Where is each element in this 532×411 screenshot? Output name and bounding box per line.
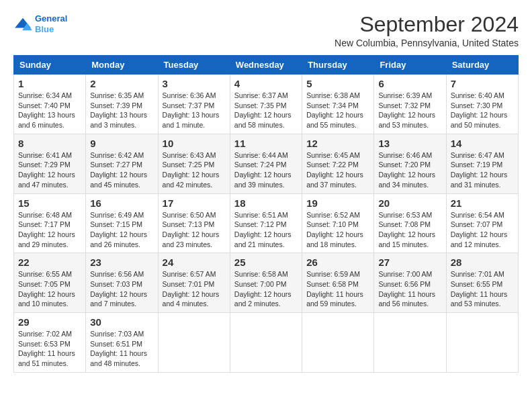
day-cell: 22Sunrise: 6:55 AMSunset: 7:05 PMDayligh… <box>14 253 86 313</box>
day-info: Sunrise: 6:58 AMSunset: 7:00 PMDaylight:… <box>234 269 298 309</box>
day-info: Sunrise: 6:46 AMSunset: 7:20 PMDaylight:… <box>378 150 441 190</box>
day-number: 22 <box>18 257 81 268</box>
logo-line1: General <box>35 13 67 24</box>
day-info: Sunrise: 6:47 AMSunset: 7:19 PMDaylight:… <box>451 150 514 190</box>
day-cell: 10Sunrise: 6:43 AMSunset: 7:25 PMDayligh… <box>158 134 230 193</box>
day-number: 30 <box>90 316 153 328</box>
day-cell: 18Sunrise: 6:51 AMSunset: 7:12 PMDayligh… <box>230 193 302 253</box>
day-cell: 19Sunrise: 6:52 AMSunset: 7:10 PMDayligh… <box>302 193 374 253</box>
day-number: 10 <box>163 138 226 149</box>
day-cell: 8Sunrise: 6:41 AMSunset: 7:29 PMDaylight… <box>14 134 86 193</box>
day-info: Sunrise: 6:34 AMSunset: 7:40 PMDaylight:… <box>18 91 81 130</box>
calendar-table: SundayMondayTuesdayWednesdayThursdayFrid… <box>13 55 519 373</box>
day-number: 17 <box>163 197 226 209</box>
day-number: 2 <box>90 78 153 89</box>
day-info: Sunrise: 6:51 AMSunset: 7:12 PMDaylight:… <box>234 210 298 250</box>
day-cell: 1Sunrise: 6:34 AMSunset: 7:40 PMDaylight… <box>14 75 86 134</box>
header-row: SundayMondayTuesdayWednesdayThursdayFrid… <box>14 56 519 75</box>
logo: General Blue <box>13 13 67 34</box>
day-info: Sunrise: 6:37 AMSunset: 7:35 PMDaylight:… <box>234 91 298 130</box>
day-number: 1 <box>18 78 81 89</box>
page-header: General Blue September 2024 New Columbia… <box>13 13 519 48</box>
day-number: 24 <box>163 257 226 268</box>
day-cell: 26Sunrise: 6:59 AMSunset: 6:58 PMDayligh… <box>302 253 374 313</box>
day-info: Sunrise: 6:43 AMSunset: 7:25 PMDaylight:… <box>163 150 226 190</box>
week-row-3: 15Sunrise: 6:48 AMSunset: 7:17 PMDayligh… <box>14 193 519 253</box>
day-number: 13 <box>378 138 441 149</box>
day-info: Sunrise: 7:02 AMSunset: 6:53 PMDaylight:… <box>18 329 81 369</box>
day-number: 25 <box>234 257 298 268</box>
day-cell: 11Sunrise: 6:44 AMSunset: 7:24 PMDayligh… <box>230 134 302 193</box>
day-number: 23 <box>90 257 153 268</box>
day-cell <box>374 313 446 373</box>
day-number: 6 <box>378 78 441 89</box>
day-number: 16 <box>90 197 153 209</box>
day-info: Sunrise: 6:49 AMSunset: 7:15 PMDaylight:… <box>90 210 153 250</box>
day-number: 21 <box>451 197 514 209</box>
day-cell: 3Sunrise: 6:36 AMSunset: 7:37 PMDaylight… <box>158 75 230 134</box>
header-friday: Friday <box>374 56 446 75</box>
day-cell: 12Sunrise: 6:45 AMSunset: 7:22 PMDayligh… <box>302 134 374 193</box>
day-number: 7 <box>451 78 514 89</box>
day-info: Sunrise: 6:38 AMSunset: 7:34 PMDaylight:… <box>306 91 369 130</box>
day-cell <box>446 313 518 373</box>
day-info: Sunrise: 6:54 AMSunset: 7:07 PMDaylight:… <box>451 210 514 250</box>
day-info: Sunrise: 6:53 AMSunset: 7:08 PMDaylight:… <box>378 210 441 250</box>
day-number: 18 <box>234 197 298 209</box>
day-info: Sunrise: 6:39 AMSunset: 7:32 PMDaylight:… <box>378 91 441 130</box>
day-info: Sunrise: 7:00 AMSunset: 6:56 PMDaylight:… <box>378 269 441 309</box>
day-info: Sunrise: 6:50 AMSunset: 7:13 PMDaylight:… <box>163 210 226 250</box>
week-row-4: 22Sunrise: 6:55 AMSunset: 7:05 PMDayligh… <box>14 253 519 313</box>
header-tuesday: Tuesday <box>158 56 230 75</box>
day-cell: 29Sunrise: 7:02 AMSunset: 6:53 PMDayligh… <box>14 313 86 373</box>
day-cell <box>302 313 374 373</box>
day-cell: 20Sunrise: 6:53 AMSunset: 7:08 PMDayligh… <box>374 193 446 253</box>
day-cell: 4Sunrise: 6:37 AMSunset: 7:35 PMDaylight… <box>230 75 302 134</box>
day-cell: 28Sunrise: 7:01 AMSunset: 6:55 PMDayligh… <box>446 253 518 313</box>
day-info: Sunrise: 6:41 AMSunset: 7:29 PMDaylight:… <box>18 150 81 190</box>
logo-text: General Blue <box>35 13 67 34</box>
day-info: Sunrise: 6:36 AMSunset: 7:37 PMDaylight:… <box>163 91 226 130</box>
week-row-1: 1Sunrise: 6:34 AMSunset: 7:40 PMDaylight… <box>14 75 519 134</box>
day-number: 20 <box>378 197 441 209</box>
day-cell: 24Sunrise: 6:57 AMSunset: 7:01 PMDayligh… <box>158 253 230 313</box>
day-info: Sunrise: 6:45 AMSunset: 7:22 PMDaylight:… <box>306 150 369 190</box>
day-info: Sunrise: 6:35 AMSunset: 7:39 PMDaylight:… <box>90 91 153 130</box>
title-section: September 2024 New Columbia, Pennsylvani… <box>335 13 519 48</box>
day-number: 3 <box>163 78 226 89</box>
day-cell: 21Sunrise: 6:54 AMSunset: 7:07 PMDayligh… <box>446 193 518 253</box>
day-number: 4 <box>234 78 298 89</box>
day-cell: 23Sunrise: 6:56 AMSunset: 7:03 PMDayligh… <box>86 253 158 313</box>
day-info: Sunrise: 6:48 AMSunset: 7:17 PMDaylight:… <box>18 210 81 250</box>
logo-icon <box>13 17 32 32</box>
day-info: Sunrise: 6:55 AMSunset: 7:05 PMDaylight:… <box>18 269 81 309</box>
day-cell: 7Sunrise: 6:40 AMSunset: 7:30 PMDaylight… <box>446 75 518 134</box>
header-thursday: Thursday <box>302 56 374 75</box>
day-cell: 17Sunrise: 6:50 AMSunset: 7:13 PMDayligh… <box>158 193 230 253</box>
day-cell <box>230 313 302 373</box>
day-cell: 14Sunrise: 6:47 AMSunset: 7:19 PMDayligh… <box>446 134 518 193</box>
day-info: Sunrise: 6:59 AMSunset: 6:58 PMDaylight:… <box>306 269 369 309</box>
day-info: Sunrise: 6:57 AMSunset: 7:01 PMDaylight:… <box>163 269 226 309</box>
day-number: 29 <box>18 316 81 328</box>
month-title: September 2024 <box>335 13 519 35</box>
logo-line2: Blue <box>35 24 54 34</box>
week-row-5: 29Sunrise: 7:02 AMSunset: 6:53 PMDayligh… <box>14 313 519 373</box>
day-cell: 2Sunrise: 6:35 AMSunset: 7:39 PMDaylight… <box>86 75 158 134</box>
day-number: 11 <box>234 138 298 149</box>
day-number: 26 <box>306 257 369 268</box>
day-number: 15 <box>18 197 81 209</box>
day-cell: 27Sunrise: 7:00 AMSunset: 6:56 PMDayligh… <box>374 253 446 313</box>
day-cell: 6Sunrise: 6:39 AMSunset: 7:32 PMDaylight… <box>374 75 446 134</box>
day-info: Sunrise: 6:44 AMSunset: 7:24 PMDaylight:… <box>234 150 298 190</box>
day-number: 5 <box>306 78 369 89</box>
day-cell: 16Sunrise: 6:49 AMSunset: 7:15 PMDayligh… <box>86 193 158 253</box>
day-cell: 30Sunrise: 7:03 AMSunset: 6:51 PMDayligh… <box>86 313 158 373</box>
day-number: 28 <box>451 257 514 268</box>
day-info: Sunrise: 6:56 AMSunset: 7:03 PMDaylight:… <box>90 269 153 309</box>
day-cell <box>158 313 230 373</box>
header-wednesday: Wednesday <box>230 56 302 75</box>
day-number: 19 <box>306 197 369 209</box>
day-number: 14 <box>451 138 514 149</box>
header-sunday: Sunday <box>14 56 86 75</box>
